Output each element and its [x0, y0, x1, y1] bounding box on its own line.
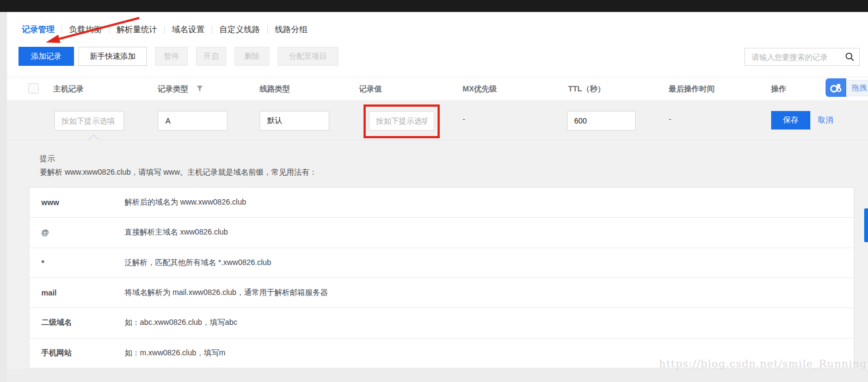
col-actions: 操作: [771, 84, 786, 94]
tab-nav: 记录管理 负载均衡 解析量统计 域名设置 自定义线路 线路分组: [22, 23, 315, 35]
usage-term: @: [29, 228, 125, 237]
drag-widget-label[interactable]: 拖拽: [846, 80, 868, 96]
tab-domain-settings[interactable]: 域名设置: [172, 24, 205, 35]
col-ttl: TTL（秒）: [568, 84, 605, 94]
search-input[interactable]: [745, 53, 845, 61]
tab-load-balancing[interactable]: 负载均衡: [69, 24, 102, 35]
table-row: * 泛解析，匹配其他所有域名 *.xww0826.club: [29, 248, 854, 278]
usage-desc: 直接解析主域名 xww0826.club: [125, 227, 228, 237]
tip-panel: 提示 要解析 www.xww0826.club，请填写 www。主机记录就是域名…: [7, 140, 868, 369]
pause-button[interactable]: 暂停: [155, 47, 188, 66]
table-row: mail 将域名解析为 mail.xww0826.club，通常用于解析邮箱服务…: [29, 278, 854, 308]
usage-term: 手机网站: [29, 348, 125, 358]
new-record-edit-row: A 默认 - - 保存 取消: [7, 100, 868, 140]
table-header: 主机记录 记录类型 线路类型 记录值 MX优先级 TTL（秒） 最后操作时间 操…: [7, 77, 868, 100]
col-record-type: 记录类型: [158, 84, 188, 94]
usage-term: 二级域名: [29, 318, 125, 328]
assign-to-project-button[interactable]: 分配至项目: [278, 47, 338, 66]
tab-separator: [164, 26, 165, 34]
col-mx-priority: MX优先级: [463, 84, 497, 94]
tab-resolution-stats[interactable]: 解析量统计: [116, 24, 157, 35]
enable-button[interactable]: 开启: [196, 47, 226, 66]
watermark-text: https://blog.csdn.net/smile_Running: [659, 358, 867, 369]
usage-examples-table: www 解析后的域名为 www.xww0826.club @ 直接解析主域名 x…: [29, 187, 854, 368]
tip-description: 要解析 www.xww0826.club，请填写 www。主机记录就是域名前缀，…: [40, 168, 317, 177]
host-record-input[interactable]: [54, 111, 124, 131]
search-icon[interactable]: [845, 52, 854, 61]
ttl-input[interactable]: [567, 111, 636, 131]
line-type-select[interactable]: 默认: [260, 111, 329, 131]
drag-widget[interactable]: 拖拽: [826, 78, 868, 97]
tab-line-groups[interactable]: 线路分组: [275, 24, 307, 35]
tab-separator: [212, 26, 212, 34]
last-operated-value: -: [669, 115, 672, 124]
table-row: @ 直接解析主域名 xww0826.club: [29, 218, 854, 248]
top-bar: [0, 0, 868, 12]
usage-term: mail: [29, 288, 125, 297]
netdisk-cloud-icon[interactable]: [826, 78, 846, 97]
col-last-operated: 最后操作时间: [669, 84, 715, 94]
select-all-checkbox[interactable]: [28, 83, 39, 94]
usage-desc: 如：abc.xww0826.club，填写abc: [125, 318, 237, 328]
record-search: [744, 48, 860, 66]
toolbar: 添加记录 新手快速添加 暂停 开启 删除 分配至项目: [19, 47, 338, 66]
delete-button[interactable]: 删除: [235, 47, 269, 66]
tip-title: 提示: [40, 154, 55, 164]
record-type-select[interactable]: A: [158, 111, 227, 131]
col-line-type: 线路类型: [260, 84, 290, 94]
side-panel-handle[interactable]: [864, 208, 868, 242]
tab-custom-lines[interactable]: 自定义线路: [219, 24, 260, 35]
usage-desc: 泛解析，匹配其他所有域名 *.xww0826.club: [125, 258, 271, 268]
dns-records-page: 记录管理 负载均衡 解析量统计 域名设置 自定义线路 线路分组 添加记录 新手快…: [0, 0, 868, 382]
usage-desc: 解析后的域名为 www.xww0826.club: [125, 198, 246, 207]
usage-desc: 如：m.xww0826.club，填写m: [125, 348, 225, 358]
tab-separator: [109, 26, 109, 34]
add-record-button[interactable]: 添加记录: [19, 47, 74, 66]
col-host: 主机记录: [53, 84, 84, 94]
tab-separator: [61, 26, 62, 34]
quick-add-button[interactable]: 新手快速添加: [78, 47, 147, 66]
tab-record-management[interactable]: 记录管理: [22, 24, 54, 35]
filter-icon[interactable]: [196, 85, 203, 92]
record-value-input[interactable]: [369, 111, 434, 131]
save-button[interactable]: 保存: [771, 111, 810, 130]
cancel-link[interactable]: 取消: [818, 115, 833, 125]
tab-separator: [267, 26, 268, 34]
col-record-value: 记录值: [359, 84, 382, 94]
bottom-strip: [7, 369, 868, 382]
mx-priority-value: -: [463, 115, 465, 124]
usage-desc: 将域名解析为 mail.xww0826.club，通常用于解析邮箱服务器: [125, 288, 328, 298]
table-row: www 解析后的域名为 www.xww0826.club: [29, 188, 854, 218]
table-row: 二级域名 如：abc.xww0826.club，填写abc: [29, 308, 854, 338]
usage-term: *: [29, 258, 125, 267]
left-edge-strip: [0, 12, 7, 382]
usage-term: www: [29, 198, 125, 207]
